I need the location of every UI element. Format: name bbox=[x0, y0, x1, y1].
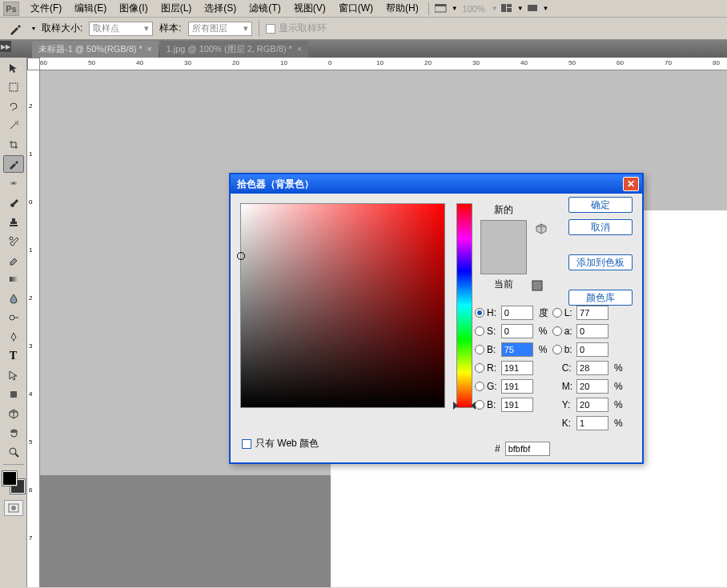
color-swatches[interactable] bbox=[2, 471, 25, 494]
close-icon[interactable]: × bbox=[297, 45, 302, 54]
blur-tool[interactable] bbox=[3, 290, 24, 307]
shape-tool[interactable] bbox=[3, 386, 24, 403]
svg-point-12 bbox=[10, 448, 16, 454]
chevron-down-icon[interactable]: ▾ bbox=[32, 25, 35, 32]
m-input[interactable] bbox=[576, 379, 609, 394]
svg-rect-6 bbox=[10, 83, 18, 91]
options-bar: ▾ 取样大小: 取样点▾ 样本: 所有图层▾ 显示取样环 bbox=[0, 18, 727, 40]
y-input[interactable] bbox=[576, 398, 609, 412]
marquee-tool[interactable] bbox=[3, 78, 24, 96]
r-input[interactable] bbox=[501, 361, 533, 375]
svg-point-14 bbox=[11, 506, 16, 510]
current-label: 当前 bbox=[494, 278, 513, 291]
foreground-color-swatch[interactable] bbox=[2, 471, 17, 486]
document-tab[interactable]: 未标题-1 @ 50%(RGB/8) * × bbox=[32, 41, 159, 58]
screen-icon[interactable] bbox=[525, 2, 540, 15]
stamp-tool[interactable] bbox=[3, 213, 24, 230]
chevron-down-icon[interactable]: ▼ bbox=[517, 5, 524, 12]
c-input[interactable] bbox=[576, 361, 609, 375]
r-radio[interactable] bbox=[475, 363, 484, 373]
dialog-title-text: 拾色器（背景色） bbox=[237, 178, 314, 191]
g-input[interactable] bbox=[501, 379, 533, 394]
lasso-tool[interactable] bbox=[3, 98, 24, 115]
eyedropper-tool-icon[interactable] bbox=[6, 20, 24, 38]
arrange-icon[interactable] bbox=[500, 2, 514, 15]
rgb-b-radio[interactable] bbox=[475, 400, 484, 410]
sample-size-select[interactable]: 取样点▾ bbox=[89, 22, 153, 36]
svg-rect-3 bbox=[507, 4, 512, 7]
h-radio[interactable] bbox=[475, 308, 484, 318]
ok-button[interactable]: 确定 bbox=[568, 197, 633, 213]
chevron-down-icon[interactable]: ▼ bbox=[452, 5, 458, 12]
menu-window[interactable]: 窗口(W) bbox=[332, 0, 380, 17]
color-cursor[interactable] bbox=[237, 252, 245, 260]
heal-tool[interactable] bbox=[3, 174, 24, 192]
rgb-b-input[interactable] bbox=[501, 398, 533, 412]
menu-select[interactable]: 选择(S) bbox=[198, 0, 243, 17]
dodge-tool[interactable] bbox=[3, 309, 24, 326]
g-radio[interactable] bbox=[475, 382, 484, 391]
web-colors-checkbox[interactable]: 只有 Web 颜色 bbox=[242, 437, 319, 450]
horizontal-ruler[interactable]: 60 50 40 30 20 10 0 10 20 30 40 50 60 70… bbox=[40, 58, 727, 70]
expand-tabs-icon[interactable]: ▶▶ bbox=[0, 41, 11, 52]
menu-help[interactable]: 帮助(H) bbox=[380, 0, 425, 17]
hue-slider[interactable] bbox=[456, 203, 472, 408]
eraser-tool[interactable] bbox=[3, 251, 24, 269]
color-libraries-button[interactable]: 颜色库 bbox=[568, 290, 633, 306]
b-radio[interactable] bbox=[475, 345, 484, 354]
gradient-tool[interactable] bbox=[3, 270, 24, 288]
chevron-down-icon[interactable]: ▼ bbox=[492, 5, 498, 12]
type-tool[interactable]: T bbox=[3, 347, 24, 365]
wand-tool[interactable] bbox=[3, 117, 24, 134]
zoom-level[interactable]: 100% bbox=[463, 4, 485, 14]
history-brush-tool[interactable] bbox=[3, 232, 24, 250]
menu-edit[interactable]: 编辑(E) bbox=[68, 0, 113, 17]
preview-swatch[interactable] bbox=[480, 220, 527, 274]
svg-rect-15 bbox=[532, 281, 542, 290]
menu-view[interactable]: 视图(V) bbox=[287, 0, 332, 17]
menu-filter[interactable]: 滤镜(T) bbox=[243, 0, 287, 17]
lab-b-radio[interactable] bbox=[552, 345, 562, 354]
brush-tool[interactable] bbox=[3, 194, 24, 211]
close-button[interactable]: ✕ bbox=[623, 177, 639, 191]
color-field[interactable] bbox=[240, 203, 445, 408]
path-select-tool[interactable] bbox=[3, 366, 24, 384]
show-ring-checkbox[interactable]: 显示取样环 bbox=[266, 22, 327, 35]
ruler-origin[interactable] bbox=[27, 58, 40, 70]
zoom-tool[interactable] bbox=[3, 443, 24, 461]
menu-layer[interactable]: 图层(L) bbox=[155, 0, 199, 17]
vertical-ruler[interactable]: 2 1 0 1 2 3 4 5 6 7 bbox=[27, 70, 40, 587]
pen-tool[interactable] bbox=[3, 328, 24, 346]
a-input[interactable] bbox=[576, 324, 609, 338]
add-swatch-button[interactable]: 添加到色板 bbox=[568, 254, 633, 270]
close-icon[interactable]: × bbox=[147, 45, 152, 54]
brightness-input[interactable] bbox=[501, 342, 533, 357]
grayscale-icon[interactable] bbox=[532, 280, 543, 291]
cube-icon[interactable] bbox=[535, 222, 548, 235]
l-input[interactable] bbox=[576, 306, 609, 320]
s-input[interactable] bbox=[501, 324, 533, 338]
3d-tool[interactable] bbox=[3, 405, 24, 422]
menu-file[interactable]: 文件(F) bbox=[24, 0, 68, 17]
svg-rect-5 bbox=[528, 5, 537, 11]
lab-b-input[interactable] bbox=[576, 342, 609, 357]
s-radio[interactable] bbox=[475, 326, 484, 336]
move-tool[interactable] bbox=[3, 59, 24, 77]
chevron-down-icon[interactable]: ▼ bbox=[543, 5, 549, 12]
l-radio[interactable] bbox=[552, 308, 562, 318]
menu-image[interactable]: 图像(I) bbox=[113, 0, 154, 17]
crop-tool[interactable] bbox=[3, 136, 24, 154]
eyedropper-tool[interactable] bbox=[3, 155, 24, 173]
k-input[interactable] bbox=[576, 416, 609, 430]
sample-select[interactable]: 所有图层▾ bbox=[188, 22, 252, 36]
document-tab[interactable]: 1.jpg @ 100% (图层 2, RGB/8) * × bbox=[160, 41, 308, 58]
svg-rect-4 bbox=[507, 8, 512, 12]
hand-tool[interactable] bbox=[3, 424, 24, 442]
a-radio[interactable] bbox=[552, 326, 562, 336]
hex-input[interactable] bbox=[505, 442, 550, 456]
screen-mode-icon[interactable] bbox=[434, 2, 448, 15]
cancel-button[interactable]: 取消 bbox=[568, 219, 633, 235]
h-input[interactable] bbox=[501, 306, 533, 320]
dialog-titlebar[interactable]: 拾色器（背景色） ✕ bbox=[231, 174, 642, 194]
quick-mask-button[interactable] bbox=[4, 500, 23, 516]
